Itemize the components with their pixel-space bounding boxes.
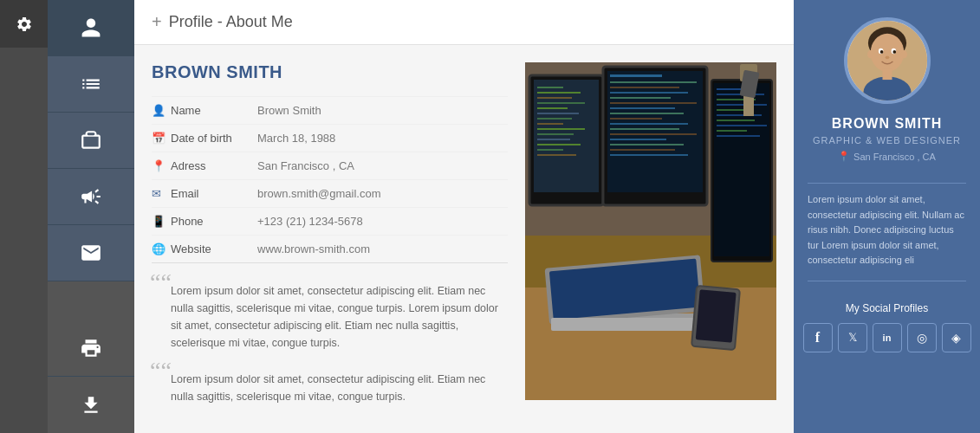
svg-rect-54 — [551, 318, 698, 331]
nav-item-briefcase[interactable] — [48, 113, 134, 169]
bio-inner-1: Lorem ipsum dolor sit amet, consectetur … — [152, 282, 508, 352]
svg-rect-14 — [537, 133, 574, 135]
right-panel-title: GRAPHIC & WEB DESIGNER — [813, 135, 961, 145]
svg-rect-16 — [537, 144, 581, 145]
svg-rect-42 — [717, 104, 767, 106]
svg-rect-33 — [610, 139, 666, 140]
svg-rect-47 — [717, 130, 747, 132]
right-divider-top — [808, 183, 966, 184]
right-panel-name: BROWN SMITH — [832, 116, 942, 132]
svg-rect-48 — [717, 135, 760, 137]
svg-rect-31 — [610, 128, 679, 130]
svg-rect-30 — [610, 123, 688, 125]
address-label: Adress — [171, 159, 257, 172]
svg-rect-5 — [537, 87, 563, 88]
info-row-dob: 📅 Date of birth March 18, 1988 — [152, 124, 508, 152]
nav-item-mail[interactable] — [48, 225, 134, 281]
bio-text-2: Lorem ipsum dolor sit amet, consectetur … — [152, 365, 508, 405]
svg-rect-28 — [610, 113, 684, 114]
social-icons-group: f 𝕏 in ◎ ◈ — [803, 323, 971, 352]
svg-rect-23 — [610, 87, 679, 88]
avatar-image — [847, 21, 927, 100]
twitter-button[interactable]: 𝕏 — [838, 323, 867, 352]
globe-icon: 🌐 — [152, 242, 171, 255]
nav-sidebar — [48, 0, 134, 433]
page-header: + Profile - About Me — [134, 0, 794, 45]
phone-icon: 📱 — [152, 215, 171, 228]
profile-name: BROWN SMITH — [152, 62, 508, 82]
svg-rect-44 — [717, 114, 762, 116]
info-row-email: ✉ Email brown.smith@gmail.com — [152, 179, 508, 207]
right-panel-location: 📍 San Francisco , CA — [838, 151, 936, 162]
name-value: Brown Smith — [257, 104, 321, 117]
svg-rect-15 — [537, 139, 570, 140]
svg-rect-36 — [610, 154, 688, 156]
bio-inner-2: Lorem ipsum dolor sit amet, consectetur … — [152, 371, 508, 405]
svg-point-65 — [885, 55, 889, 59]
svg-rect-12 — [537, 123, 563, 125]
svg-rect-17 — [537, 149, 563, 151]
svg-rect-18 — [537, 154, 576, 156]
phone-value: +123 (21) 1234-5678 — [257, 215, 363, 228]
svg-rect-20 — [607, 71, 703, 192]
right-divider-bottom — [808, 281, 966, 281]
nav-item-profile[interactable] — [48, 0, 134, 56]
calendar-icon: 📅 — [152, 132, 171, 145]
svg-rect-69 — [882, 68, 892, 80]
address-value: San Francisco , CA — [257, 159, 354, 172]
svg-rect-22 — [610, 81, 697, 83]
name-label: Name — [171, 104, 257, 117]
location-text: San Francisco , CA — [853, 152, 936, 162]
svg-point-66 — [867, 50, 873, 58]
profile-area: BROWN SMITH 👤 Name Brown Smith 📅 Date of… — [134, 45, 794, 433]
left-sidebar — [0, 0, 48, 433]
dob-label: Date of birth — [171, 132, 257, 145]
svg-point-60 — [870, 34, 904, 72]
social-heading: My Social Profiles — [846, 302, 928, 314]
desk-scene-svg — [525, 62, 776, 400]
svg-rect-35 — [610, 149, 675, 151]
email-label: Email — [171, 187, 257, 200]
dob-value: March 18, 1988 — [257, 132, 335, 145]
phone-label: Phone — [171, 215, 257, 228]
settings-icon-btn[interactable] — [0, 0, 48, 48]
info-row-phone: 📱 Phone +123 (21) 1234-5678 — [152, 207, 508, 235]
profile-left: BROWN SMITH 👤 Name Brown Smith 📅 Date of… — [152, 62, 508, 419]
svg-rect-26 — [610, 102, 697, 104]
svg-rect-4 — [534, 80, 599, 192]
svg-rect-21 — [610, 74, 662, 77]
nav-item-list[interactable] — [48, 56, 134, 113]
dribbble-button[interactable]: ◎ — [907, 323, 937, 352]
nav-item-print[interactable] — [48, 320, 134, 377]
user-icon: 👤 — [152, 104, 171, 117]
svg-rect-10 — [537, 113, 579, 114]
page-title: Profile - About Me — [169, 13, 293, 31]
svg-rect-32 — [610, 133, 697, 135]
svg-point-63 — [879, 50, 883, 54]
nav-item-download[interactable] — [48, 377, 134, 433]
info-row-website: 🌐 Website www.brown-smith.com — [152, 235, 508, 262]
website-label: Website — [171, 242, 257, 255]
layers-button[interactable]: ◈ — [942, 323, 971, 352]
bio-text-1: Lorem ipsum dolor sit amet, consectetur … — [152, 277, 508, 352]
profile-image — [525, 62, 776, 400]
svg-point-64 — [892, 50, 896, 54]
linkedin-button[interactable]: in — [873, 323, 902, 352]
svg-rect-56 — [696, 289, 737, 342]
website-value: www.brown-smith.com — [257, 242, 370, 255]
main-content: + Profile - About Me BROWN SMITH 👤 Name … — [134, 0, 794, 433]
svg-point-67 — [900, 50, 906, 58]
svg-rect-45 — [717, 120, 755, 121]
facebook-button[interactable]: f — [803, 323, 833, 352]
svg-rect-9 — [537, 107, 568, 109]
email-icon: ✉ — [152, 187, 171, 200]
svg-rect-24 — [610, 92, 688, 94]
location-icon: 📍 — [152, 159, 171, 172]
info-row-name: 👤 Name Brown Smith — [152, 96, 508, 124]
email-value: brown.smith@gmail.com — [257, 187, 381, 200]
right-panel: BROWN SMITH GRAPHIC & WEB DESIGNER 📍 San… — [794, 0, 980, 433]
nav-item-megaphone[interactable] — [48, 169, 134, 225]
plus-icon: + — [152, 12, 162, 32]
svg-rect-46 — [717, 125, 767, 126]
svg-rect-7 — [537, 97, 572, 99]
